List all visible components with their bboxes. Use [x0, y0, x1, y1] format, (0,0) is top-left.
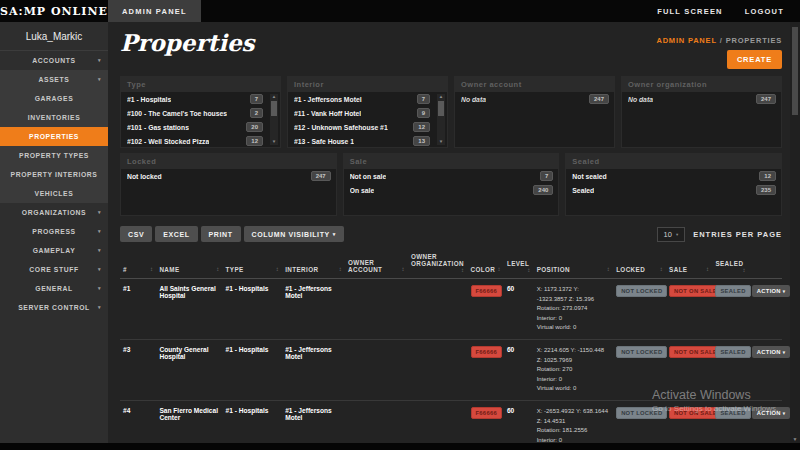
action-button[interactable]: ACTION▾ — [752, 346, 790, 358]
filter-option[interactable]: #13 - Safe House 113 — [288, 134, 435, 147]
breadcrumb-admin-panel[interactable]: ADMIN PANEL — [656, 36, 716, 45]
filter-option-label: No data — [461, 96, 486, 103]
column-header-label: INTERIOR — [285, 266, 318, 273]
filter-option-count: 2 — [250, 108, 263, 118]
page-scrollbar[interactable]: ▼ — [790, 22, 800, 443]
sidebar-item-vehicles[interactable]: VEHICLES — [0, 184, 108, 203]
sidebar-item-garages[interactable]: GARAGES — [0, 89, 108, 108]
column-header-owner-organization[interactable]: OWNER ORGANIZATION↕ — [408, 250, 468, 279]
scrollbar-down-icon[interactable]: ▼ — [790, 436, 800, 442]
filter-option-label: #101 - Gas stations — [127, 124, 189, 131]
filter-list: #1 - Jeffersons Motel7#11 - Vank Hoff Ho… — [288, 92, 447, 147]
column-header-type[interactable]: TYPE↕ — [223, 250, 283, 279]
column-header-sealed[interactable]: SEALED↕ — [712, 250, 748, 279]
excel-button[interactable]: EXCEL — [155, 226, 197, 242]
filter-option-label: #12 - Unknown Safehouse #1 — [294, 124, 388, 131]
filter-option[interactable]: Not on sale7 — [344, 169, 559, 183]
sidebar-item-property-interiors[interactable]: PROPERTY INTERIORS — [0, 165, 108, 184]
column-header-interior[interactable]: INTERIOR↕ — [282, 250, 345, 279]
filter-option[interactable]: No data247 — [455, 92, 614, 106]
filter-option[interactable]: On sale240 — [344, 183, 559, 197]
sidebar-item-assets[interactable]: ASSETS▾ — [0, 70, 108, 89]
sort-icon: ↕ — [402, 266, 405, 272]
sidebar-item-general[interactable]: GENERAL▾ — [0, 279, 108, 298]
scrollbar-thumb[interactable] — [792, 27, 798, 115]
cell-sealed: SEALED — [712, 400, 748, 443]
sort-icon: ↕ — [150, 266, 153, 272]
scrollbar-up-icon[interactable]: ▲ — [437, 94, 445, 100]
position-rotation: Rotation: 270 — [537, 365, 610, 375]
cell-color: F66666 — [468, 400, 504, 443]
page-title: Properties — [120, 30, 255, 55]
sidebar-item-server-control[interactable]: SERVER CONTROL▾ — [0, 298, 108, 317]
column-header-color[interactable]: COLOR↕ — [468, 250, 504, 279]
filter-option-count: 13 — [413, 136, 430, 146]
list-scrollbar[interactable]: ▲▼ — [270, 94, 278, 145]
table-row: #4San Fierro Medical Center#1 - Hospital… — [120, 400, 782, 443]
filter-option[interactable]: #1 - Hospitals7 — [121, 92, 268, 106]
sidebar-item-label: GAMEPLAY — [33, 247, 76, 254]
column-visibility-button[interactable]: COLUMN VISIBILITY ▾ — [244, 226, 344, 242]
column-header--[interactable]: #↕ — [120, 250, 156, 279]
fullscreen-button[interactable]: FULL SCREEN — [657, 7, 723, 16]
create-button[interactable]: CREATE — [727, 50, 782, 69]
logout-button[interactable]: LOGOUT — [745, 7, 784, 16]
csv-button[interactable]: CSV — [120, 226, 152, 242]
action-button[interactable]: ACTION▾ — [752, 285, 790, 297]
column-header-position[interactable]: POSITION↕ — [534, 250, 613, 279]
filter-option[interactable]: No data247 — [622, 92, 781, 106]
column-header-label: SALE — [669, 266, 687, 273]
scrollbar-up-icon[interactable]: ▲ — [270, 94, 278, 100]
sidebar-item-core-stuff[interactable]: CORE STUFF▾ — [0, 260, 108, 279]
sidebar-item-gameplay[interactable]: GAMEPLAY▾ — [0, 241, 108, 260]
cell-sale: NOT ON SALE — [666, 339, 712, 400]
cell-sale: NOT ON SALE — [666, 400, 712, 443]
filter-option[interactable]: Sealed235 — [566, 183, 781, 197]
filter-option[interactable]: #11 - Vank Hoff Hotel9 — [288, 106, 435, 120]
scrollbar-down-icon[interactable]: ▼ — [437, 139, 445, 145]
filter-option[interactable]: #1 - Jeffersons Motel7 — [288, 92, 435, 106]
chevron-down-icon: ▾ — [98, 266, 101, 272]
filter-option[interactable]: #102 - Well Stocked Pizza12 — [121, 134, 268, 147]
sidebar-item-label: ORGANIZATIONS — [22, 209, 86, 216]
filter-option[interactable]: Not locked247 — [121, 169, 336, 183]
filter-option[interactable]: #12 - Unknown Safehouse #112 — [288, 120, 435, 134]
cell-name: County General Hospital — [156, 339, 222, 400]
filter-option-label: Not locked — [127, 173, 162, 180]
filter-option[interactable]: Not sealed12 — [566, 169, 781, 183]
column-header-name[interactable]: NAME↕ — [156, 250, 222, 279]
position-coords: X: -2653.4932 Y: 638.1644 Z: 14.4531 — [537, 407, 610, 426]
sidebar-item-inventories[interactable]: INVENTORIES — [0, 108, 108, 127]
scrollbar-thumb[interactable] — [271, 101, 277, 116]
entries-per-page-select[interactable]: 10 ▾ — [657, 227, 686, 242]
cell-type: #1 - Hospitals — [223, 279, 283, 340]
chevron-down-icon: ▾ — [98, 228, 101, 234]
filters-row-2: LockedNot locked247 SaleNot on sale7On s… — [120, 153, 782, 216]
sidebar-item-accounts[interactable]: ACCOUNTS▾ — [0, 51, 108, 70]
print-button[interactable]: PRINT — [201, 226, 241, 242]
sidebar-item-label: INVENTORIES — [28, 114, 81, 121]
scrollbar-thumb[interactable] — [438, 101, 444, 116]
cell-type: #1 - Hospitals — [223, 400, 283, 443]
list-scrollbar[interactable]: ▲▼ — [437, 94, 445, 145]
admin-panel-tab[interactable]: ADMIN PANEL — [108, 0, 201, 22]
sidebar-item-label: GARAGES — [35, 95, 74, 102]
column-header-sale[interactable]: SALE↕ — [666, 250, 712, 279]
sealed-badge: SEALED — [715, 346, 750, 358]
sidebar-item-label: PROGRESS — [32, 228, 75, 235]
app-logo[interactable]: SA:MP ONLINE — [0, 0, 108, 22]
sidebar-item-progress[interactable]: PROGRESS▾ — [0, 222, 108, 241]
chevron-down-icon: ▾ — [333, 231, 336, 237]
column-header-level[interactable]: LEVEL↕ — [504, 250, 534, 279]
sidebar-item-properties[interactable]: PROPERTIES — [0, 127, 108, 146]
column-header-owner-account[interactable]: OWNER ACCOUNT↕ — [345, 250, 408, 279]
filter-list: Not locked247 — [121, 169, 336, 215]
position-interior: Interior: 0 — [537, 314, 610, 324]
filter-option[interactable]: #101 - Gas stations20 — [121, 120, 268, 134]
column-header-locked[interactable]: LOCKED↕ — [613, 250, 666, 279]
sidebar-item-organizations[interactable]: ORGANIZATIONS▾ — [0, 203, 108, 222]
action-button[interactable]: ACTION▾ — [752, 407, 790, 419]
filter-option[interactable]: #100 - The Camel's Toe houses2 — [121, 106, 268, 120]
scrollbar-down-icon[interactable]: ▼ — [270, 139, 278, 145]
sidebar-item-property-types[interactable]: PROPERTY TYPES — [0, 146, 108, 165]
